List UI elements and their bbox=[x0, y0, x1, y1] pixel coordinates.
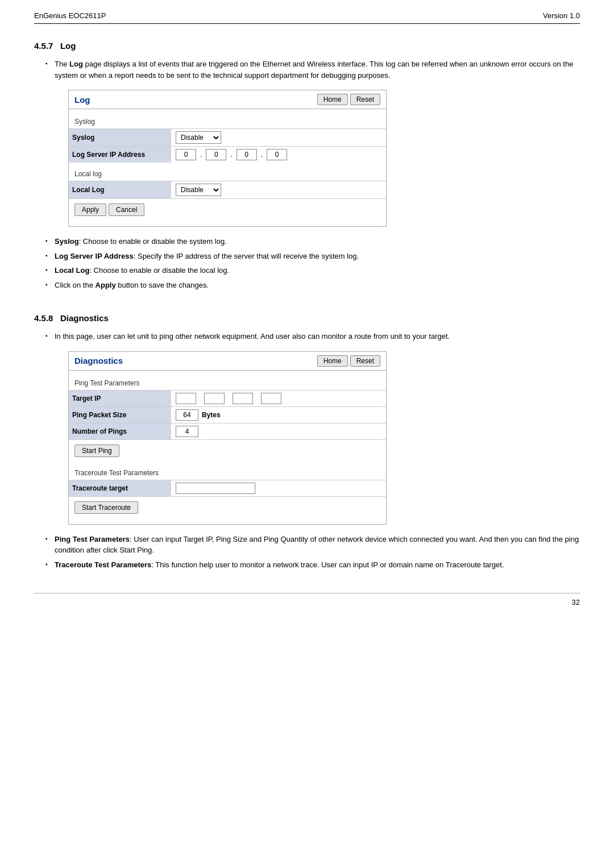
ping-packet-size-input[interactable]: 64 bbox=[176, 409, 198, 421]
local-log-group-header: Local log bbox=[69, 167, 386, 181]
log-server-ip-row: Log Server IP Address 0 . 0 . 0 . 0 bbox=[69, 146, 386, 163]
log-intro-text: The Log page displays a list of events t… bbox=[55, 60, 573, 80]
header-right: Version 1.0 bbox=[543, 11, 580, 20]
target-ip-row: Target IP bbox=[69, 390, 386, 406]
local-log-value-cell: Disable Enable bbox=[171, 181, 386, 198]
local-log-row: Local Log Disable Enable bbox=[69, 181, 386, 198]
traceroute-target-label: Traceroute target bbox=[69, 480, 171, 496]
syslog-label: Syslog bbox=[69, 129, 171, 146]
header-bar: EnGenius EOC2611P Version 1.0 bbox=[34, 11, 580, 24]
log-panel-body: Syslog Syslog Disable Enable Log Server … bbox=[69, 109, 386, 226]
diagnostics-panel-header: Diagnostics Home Reset bbox=[69, 352, 386, 371]
log-server-ip-label: Log Server IP Address bbox=[69, 147, 171, 163]
log-panel-title: Log bbox=[74, 95, 90, 105]
ip-octet1[interactable]: 0 bbox=[176, 149, 196, 160]
syslog-group-header: Syslog bbox=[69, 115, 386, 128]
diagnostics-intro-item: In this page, user can let unit to ping … bbox=[45, 331, 580, 342]
traceroute-target-value-cell bbox=[171, 480, 386, 496]
log-intro-list: The Log page displays a list of events t… bbox=[34, 59, 580, 81]
log-bullet-server-ip: Log Server IP Address: Specify the IP ad… bbox=[45, 251, 580, 262]
diagnostics-bullet-ping: Ping Test Parameters: User can input Tar… bbox=[45, 534, 580, 556]
target-ip-octet3[interactable] bbox=[233, 393, 253, 404]
ip-octet4[interactable]: 0 bbox=[267, 149, 287, 160]
diagnostics-panel-body: Ping Test Parameters Target IP bbox=[69, 371, 386, 524]
target-ip-octet4[interactable] bbox=[261, 393, 281, 404]
target-ip-octet1[interactable] bbox=[176, 393, 196, 404]
diagnostics-panel-buttons: Home Reset bbox=[317, 355, 380, 367]
diagnostics-bullet-traceroute: Traceroute Test Parameters: This functio… bbox=[45, 559, 580, 571]
diagnostics-panel-title: Diagnostics bbox=[74, 356, 123, 366]
local-log-select[interactable]: Disable Enable bbox=[176, 184, 221, 196]
traceroute-target-input[interactable] bbox=[176, 483, 255, 494]
ip-sep2: . bbox=[230, 151, 232, 159]
log-reset-button[interactable]: Reset bbox=[350, 94, 380, 105]
log-panel: Log Home Reset Syslog Syslog Disable bbox=[68, 90, 387, 227]
log-bullet-syslog: Syslog: Choose to enable or disable the … bbox=[45, 236, 580, 247]
log-bullet-apply: Click on the Apply button to save the ch… bbox=[45, 280, 580, 291]
header-left: EnGenius EOC2611P bbox=[34, 11, 106, 20]
start-traceroute-button[interactable]: Start Traceroute bbox=[74, 501, 138, 514]
diagnostics-bullets: Ping Test Parameters: User can input Tar… bbox=[34, 534, 580, 571]
log-server-ip-value-cell: 0 . 0 . 0 . 0 bbox=[171, 147, 386, 163]
diagnostics-reset-button[interactable]: Reset bbox=[350, 355, 380, 367]
log-apply-button[interactable]: Apply bbox=[74, 203, 106, 216]
ping-group-label: Ping Test Parameters bbox=[74, 379, 140, 387]
target-ip-label: Target IP bbox=[69, 391, 171, 406]
diagnostics-panel: Diagnostics Home Reset Ping Test Paramet… bbox=[68, 351, 387, 525]
start-ping-row: Start Ping bbox=[69, 439, 386, 462]
ping-packet-size-label: Ping Packet Size bbox=[69, 407, 171, 423]
diagnostics-section-title: 4.5.8 Diagnostics bbox=[34, 313, 580, 323]
diagnostics-home-button[interactable]: Home bbox=[317, 355, 348, 367]
local-log-group-label: Local log bbox=[74, 170, 102, 178]
diagnostics-intro-text: In this page, user can let unit to ping … bbox=[55, 332, 450, 340]
start-ping-button[interactable]: Start Ping bbox=[74, 445, 119, 457]
log-section: 4.5.7 Log The Log page displays a list o… bbox=[34, 41, 580, 290]
log-bullet-local-log: Local Log: Choose to enable or disable t… bbox=[45, 265, 580, 276]
number-of-pings-label: Number of Pings bbox=[69, 423, 171, 439]
target-ip-octet2[interactable] bbox=[204, 393, 225, 404]
start-traceroute-row: Start Traceroute bbox=[69, 496, 386, 518]
diagnostics-section: 4.5.8 Diagnostics In this page, user can… bbox=[34, 313, 580, 570]
log-panel-buttons: Home Reset bbox=[317, 94, 380, 105]
footer-bar: 32 bbox=[34, 593, 580, 607]
ping-packet-size-value-cell: 64 Bytes bbox=[171, 407, 386, 423]
traceroute-target-row: Traceroute target bbox=[69, 480, 386, 496]
log-home-button[interactable]: Home bbox=[317, 94, 348, 105]
log-section-title: 4.5.7 Log bbox=[34, 41, 580, 51]
ping-packet-size-row: Ping Packet Size 64 Bytes bbox=[69, 406, 386, 423]
traceroute-group-header: Traceroute Test Parameters bbox=[69, 466, 386, 480]
page-wrapper: EnGenius EOC2611P Version 1.0 4.5.7 Log … bbox=[0, 0, 614, 868]
log-cancel-button[interactable]: Cancel bbox=[109, 203, 144, 216]
syslog-group-label: Syslog bbox=[74, 118, 95, 126]
diagnostics-intro-list: In this page, user can let unit to ping … bbox=[34, 331, 580, 342]
syslog-select[interactable]: Disable Enable bbox=[176, 131, 221, 144]
number-of-pings-value-cell: 4 bbox=[171, 423, 386, 439]
ip-sep1: . bbox=[200, 151, 202, 159]
page-number: 32 bbox=[572, 598, 580, 607]
number-of-pings-input[interactable]: 4 bbox=[176, 426, 198, 437]
syslog-value-cell: Disable Enable bbox=[171, 129, 386, 146]
syslog-row: Syslog Disable Enable bbox=[69, 128, 386, 146]
ip-sep3: . bbox=[261, 151, 263, 159]
ip-octet2[interactable]: 0 bbox=[206, 149, 226, 160]
local-log-label: Local Log bbox=[69, 181, 171, 198]
target-ip-value-cell bbox=[171, 391, 386, 406]
log-action-row: Apply Cancel bbox=[69, 198, 386, 221]
log-intro-item: The Log page displays a list of events t… bbox=[45, 59, 580, 81]
ping-group-header: Ping Test Parameters bbox=[69, 376, 386, 390]
log-bullets: Syslog: Choose to enable or disable the … bbox=[34, 236, 580, 290]
traceroute-group-label: Traceroute Test Parameters bbox=[74, 469, 159, 477]
log-panel-header: Log Home Reset bbox=[69, 90, 386, 109]
ping-packet-size-unit: Bytes bbox=[202, 411, 221, 419]
ip-octet3[interactable]: 0 bbox=[237, 149, 257, 160]
number-of-pings-row: Number of Pings 4 bbox=[69, 423, 386, 439]
